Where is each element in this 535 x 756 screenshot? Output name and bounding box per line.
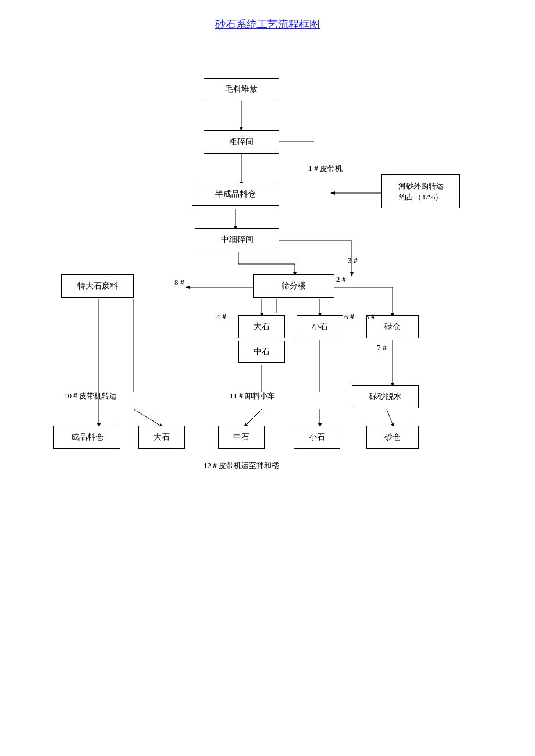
box-zhongxi: 中细碎间 xyxy=(195,228,279,251)
title-link[interactable]: 砂石系统工艺流程框图 xyxy=(215,19,320,30)
label-num4: 4＃ xyxy=(216,312,228,322)
page: 砂石系统工艺流程框图 xyxy=(0,0,535,756)
box-zhongshi-small: 中石 xyxy=(238,341,285,363)
label-num6: 6＃ xyxy=(344,312,356,322)
box-zhongshi-final: 中石 xyxy=(218,426,265,449)
label-xieliao11: 11＃卸料小车 xyxy=(230,391,275,401)
label-num2: 2＃ xyxy=(336,274,348,285)
label-pidaiji12: 12＃皮带机运至拌和楼 xyxy=(204,461,279,471)
box-shacang: 砂仓 xyxy=(366,426,419,449)
box-heshaiwai: 河砂外购转运 约占（47%） xyxy=(381,174,460,208)
label-num8: 8＃ xyxy=(174,277,186,288)
box-chengpinliao: 成品料仓 xyxy=(54,426,120,449)
box-shaifen: 筛分楼 xyxy=(253,274,334,298)
box-maoliao: 毛料堆放 xyxy=(204,78,279,101)
svg-line-25 xyxy=(134,409,163,427)
box-dashi: 大石 xyxy=(238,315,285,338)
box-dashi-final: 大石 xyxy=(138,426,185,449)
box-banchengpin: 半成品料仓 xyxy=(192,183,279,206)
label-pidaiji10: 10＃皮带机转运 xyxy=(64,391,117,401)
label-pidaiji1: 1＃皮带机 xyxy=(308,163,343,174)
flowchart: 毛料堆放 粗碎间 半成品料仓 中细碎间 筛分楼 特大石废料 大石 小石 中石 碌… xyxy=(12,49,523,543)
page-title: 砂石系统工艺流程框图 xyxy=(12,17,523,31)
box-xiaoshi-final: 小石 xyxy=(294,426,340,449)
label-num7: 7＃ xyxy=(377,343,388,353)
box-cuchuijian: 粗碎间 xyxy=(204,130,279,154)
label-num3: 3＃ xyxy=(348,255,359,266)
label-num5: 5＃ xyxy=(365,312,377,322)
svg-line-21 xyxy=(244,409,262,427)
box-lucsha-tuishui: 碌砂脱水 xyxy=(352,385,419,408)
svg-line-18 xyxy=(387,409,394,427)
box-xiaoshi: 小石 xyxy=(297,315,343,338)
box-tedashi: 特大石废料 xyxy=(61,274,134,298)
